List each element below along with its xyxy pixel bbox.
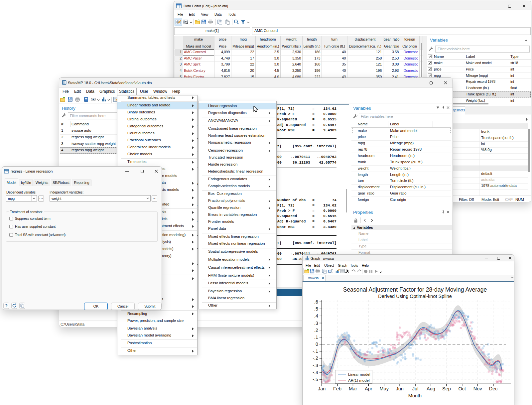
svg-text:Seasonal Adjustment Factor for: Seasonal Adjustment Factor for 28-day Mo… — [343, 286, 487, 293]
svg-text:Jul: Jul — [412, 386, 419, 391]
svg-text:Jan: Jan — [318, 386, 326, 391]
svg-text:?: ? — [5, 303, 8, 308]
svg-text:Aug: Aug — [427, 386, 435, 391]
svg-text:-.2: -.2 — [313, 355, 318, 361]
svg-text:.4: .4 — [314, 313, 318, 319]
svg-text:Oct: Oct — [459, 386, 466, 391]
svg-text:.1: .1 — [314, 335, 318, 340]
svg-text:.5: .5 — [314, 306, 318, 312]
svg-text:AR(1) model: AR(1) model — [348, 378, 370, 382]
svg-text:0: 0 — [316, 341, 318, 347]
svg-text:Jun: Jun — [396, 386, 404, 391]
svg-text:.6: .6 — [314, 299, 318, 305]
svg-text:Nov: Nov — [473, 386, 482, 391]
svg-text:Mar: Mar — [349, 386, 357, 391]
svg-text:-.4: -.4 — [313, 370, 318, 375]
svg-text:Derived Using Optimal-knot Spl: Derived Using Optimal-knot Spline — [378, 294, 452, 299]
svg-text:-.3: -.3 — [313, 363, 318, 368]
svg-text:May: May — [380, 386, 389, 391]
svg-text:Sep: Sep — [442, 386, 451, 391]
svg-text:-.1: -.1 — [313, 348, 318, 354]
svg-text:Linear model: Linear model — [348, 372, 370, 376]
svg-text:Dec: Dec — [489, 386, 498, 391]
svg-text:Apr: Apr — [365, 386, 372, 391]
svg-text:-.5: -.5 — [313, 377, 318, 382]
svg-text:.3: .3 — [314, 321, 318, 326]
svg-text:Month: Month — [408, 393, 422, 398]
svg-text:.2: .2 — [314, 328, 318, 333]
svg-text:Feb: Feb — [333, 386, 341, 391]
